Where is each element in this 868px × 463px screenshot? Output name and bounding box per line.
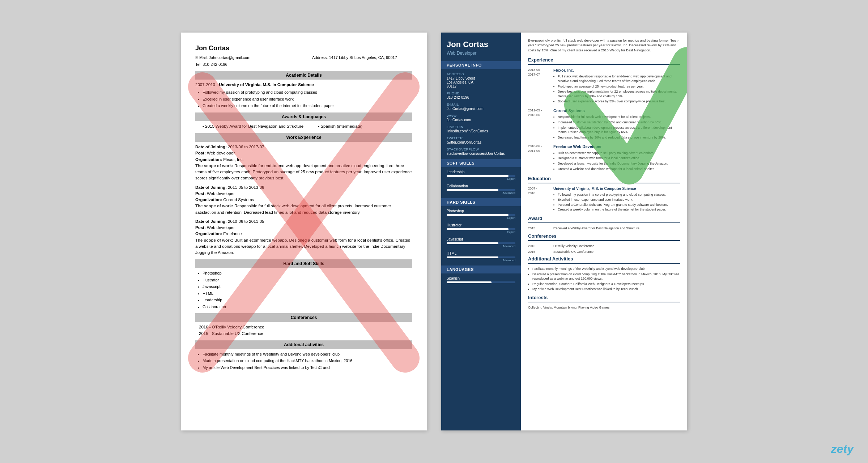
interests-title: Interests bbox=[528, 294, 680, 302]
exp2-b1: Responsible for full stack web developme… bbox=[558, 115, 680, 119]
hard-skill-photoshop: Photoshop Expert bbox=[441, 209, 521, 220]
edu1-bullets: Followed my passion in a core of prototy… bbox=[553, 192, 668, 212]
edu-entry-1: 2007 - 2010 University of Virginia, M.S.… bbox=[528, 186, 680, 212]
lang-1-bar-fill bbox=[447, 281, 492, 283]
right-sidebar: Jon Cortas Web Developer Personal Info A… bbox=[441, 33, 521, 430]
exp2-content: Corend Systems Responsible for full stac… bbox=[553, 108, 680, 140]
left-email-line: E-Mail: Johncortas@gmail.com Address: 14… bbox=[195, 55, 412, 61]
exp-entry-2: 2011-05 - 2013-06 Corend Systems Respons… bbox=[528, 108, 680, 140]
work2-post-label: Post: bbox=[195, 191, 206, 196]
work1-org: Flexor, Inc. bbox=[223, 157, 243, 162]
skills-list: Photoshop Illustrator Javascript HTML Le… bbox=[195, 270, 412, 310]
education-title: Education bbox=[528, 175, 680, 183]
soft-skill-1-name: Leadership bbox=[447, 170, 515, 174]
hard-skill-1-name: Photoshop bbox=[447, 209, 515, 213]
right-resume: Jon Cortas Web Developer Personal Info A… bbox=[441, 33, 687, 430]
conferences-header: Conferences bbox=[195, 313, 412, 322]
right-name: Jon Cortas bbox=[441, 40, 521, 49]
hard-skills-title: Hard Skills bbox=[441, 198, 521, 206]
academic-bullet-1: Followed my passion of prototyping and c… bbox=[203, 89, 412, 95]
work1-post-label: Post: bbox=[195, 151, 206, 155]
academic-bullet-3: Created a weekly column on the future of… bbox=[203, 103, 412, 109]
award-year: 2015 bbox=[528, 226, 550, 231]
work1-post: Web developer bbox=[207, 151, 235, 155]
exp1-bullets: Full stack web developer responsible for… bbox=[553, 74, 680, 104]
exp3-date: 2010-06 - 2011-05 bbox=[528, 144, 550, 172]
awards-header: Awards & Languages bbox=[195, 112, 412, 121]
exp2-b4: Decreased lead times by 30% and reduced … bbox=[558, 135, 680, 140]
work2-org: Corend Systems bbox=[223, 197, 254, 202]
activity-2: Made a presentation on cloud computing a… bbox=[203, 358, 412, 364]
exp2-company: Corend Systems bbox=[553, 108, 680, 114]
hard-skill-html: HTML Advanced bbox=[441, 251, 521, 262]
conf2-name: Sustainable UX Conference bbox=[553, 250, 593, 254]
work-header: Work Experience bbox=[195, 133, 412, 142]
work1-org-label: Organization: bbox=[195, 157, 222, 162]
work-entry-2: Date of Joining: 2011-05 to 2013-06 Post… bbox=[195, 184, 412, 216]
work2-scope-label: The scope of work: bbox=[195, 204, 233, 208]
activity-1: Facilitate monthly meetings of the Webfi… bbox=[203, 351, 412, 357]
hard-skill-illustrator: Illustrator Expert bbox=[441, 223, 521, 234]
phone-label: Phone bbox=[441, 91, 521, 95]
act-2: Delivered a presentation on cloud comput… bbox=[532, 272, 680, 281]
soft-skill-2-bar-bg bbox=[447, 189, 515, 191]
conf-2: 2015 - Sustainable UX Conference bbox=[199, 331, 412, 337]
work3-org-label: Organization: bbox=[195, 232, 222, 236]
phone-value: 310-242-0196 bbox=[441, 95, 521, 99]
skill-5: Leadership bbox=[203, 297, 412, 303]
act-3: Regular attendee, Southern California We… bbox=[532, 282, 680, 286]
award-row: 2015 Received a Webby Award for Best Nav… bbox=[528, 226, 680, 231]
www-label: WWW bbox=[441, 114, 521, 118]
left-tel: 310-242-0196 bbox=[203, 62, 227, 67]
skill-4: HTML bbox=[203, 290, 412, 297]
linkedin-value: linkedin.com/in/JonCortas bbox=[441, 129, 521, 133]
experience-title: Experience bbox=[528, 57, 680, 65]
lang-1-bar-bg bbox=[447, 281, 515, 283]
work3-date: 2010-06 to 2011-05 bbox=[228, 219, 264, 224]
sidebar-email-label: E-mail bbox=[441, 102, 521, 106]
soft-skill-1-bar-bg bbox=[447, 175, 515, 177]
exp-entry-3: 2010-06 - 2011-05 Freelance Web Develope… bbox=[528, 144, 680, 172]
interests-text: Collecting Vinyls, Mountain biking, Play… bbox=[528, 305, 680, 310]
edu1-b1: Followed my passion in a core of prototy… bbox=[558, 192, 668, 197]
activities-list: Facilitate monthly meetings of the Webfi… bbox=[195, 351, 412, 371]
soft-skill-leadership: Leadership Expert bbox=[441, 170, 521, 180]
activities-header: Additonal activities bbox=[195, 340, 412, 349]
work3-scope-label: The scope of work: bbox=[195, 238, 233, 242]
academic-entry: 2007-2010 - University of Virginia, M.S.… bbox=[195, 82, 412, 109]
hard-skill-4-bar-bg bbox=[447, 256, 515, 258]
exp2-b2: Increased customer satisfaction by 35% a… bbox=[558, 120, 680, 125]
conf-1: 2016 - O'Reilly Velocity Conference bbox=[199, 324, 412, 330]
hard-skill-4-label: Advanced bbox=[447, 259, 515, 262]
exp2-bullets: Responsible for full stack web developme… bbox=[553, 115, 680, 140]
soft-skill-2-name: Collaboration bbox=[447, 184, 515, 188]
hard-skill-2-bar-bg bbox=[447, 228, 515, 230]
hard-skill-1-bar-bg bbox=[447, 214, 515, 216]
tel-label: Tel: bbox=[195, 62, 201, 67]
academic-bullet-2: Excelled in user experience and user int… bbox=[203, 96, 412, 102]
conf-row-1: 2016 O'Reilly Velocity Conference bbox=[528, 244, 680, 249]
activity-3: My article Web Development Best Practice… bbox=[203, 365, 412, 371]
exp3-b1: Built an ecommerce webapp to sell potty … bbox=[558, 151, 680, 156]
www-value: JonCortas.com bbox=[441, 118, 521, 122]
award-item-1: • 2015 Webby Award for Best Navigation a… bbox=[203, 123, 303, 129]
conferences-list: 2016 - O'Reilly Velocity Conference 2015… bbox=[195, 324, 412, 337]
edu1-b3: Pursued a Generalist Scholars Program gr… bbox=[558, 203, 668, 207]
hard-skill-2-bar-fill bbox=[447, 228, 509, 230]
conf1-name: O'Reilly Velocity Conference bbox=[553, 244, 594, 249]
hard-skill-3-bar-bg bbox=[447, 242, 515, 244]
exp1-content: Flexor, Inc. Full stack web developer re… bbox=[553, 68, 680, 105]
work3-org: Freelance bbox=[223, 232, 242, 236]
soft-skill-2-label: Advanced bbox=[447, 191, 515, 195]
award-item-2: • Spanish (intermediate) bbox=[318, 123, 362, 129]
skill-6: Collaboration bbox=[203, 304, 412, 310]
edu1-content: University of Virginia, M.S. in Computer… bbox=[553, 186, 668, 212]
edu1-b2: Excelled in user experience and user int… bbox=[558, 197, 668, 202]
conf1-year: 2016 bbox=[528, 244, 550, 249]
exp1-b1: Full stack web developer responsible for… bbox=[558, 74, 680, 83]
hard-skill-4-bar-fill bbox=[447, 256, 498, 258]
exp3-company: Freelance Web Developer bbox=[553, 144, 680, 149]
skills-header: Hard and Soft Skills bbox=[195, 259, 412, 268]
edu1-school: University of Virginia, M.S. in Computer… bbox=[553, 186, 668, 191]
email-label: E-Mail: bbox=[195, 55, 208, 60]
